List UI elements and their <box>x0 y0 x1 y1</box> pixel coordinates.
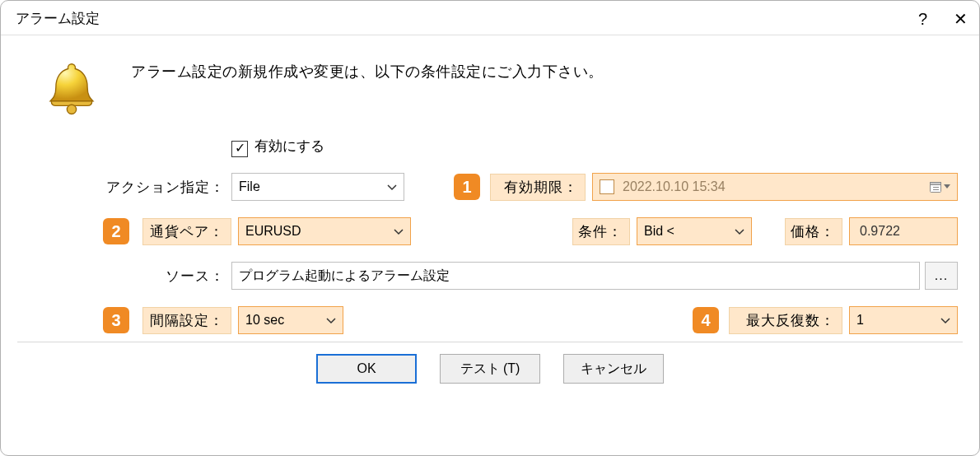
content-area: アラーム設定の新規作成や変更は、以下の条件設定にご入力下さい。 ✓ 有効にする … <box>1 35 979 455</box>
expiry-enable-checkbox[interactable] <box>600 179 614 194</box>
maxrepeat-combo[interactable]: 1 <box>849 306 958 334</box>
action-combo[interactable]: File <box>231 173 404 201</box>
titlebar: アラーム設定 ? ✕ <box>1 1 979 35</box>
dialog-button-row: OK テスト (T) キャンセル <box>17 354 963 389</box>
annotation-marker-4: 4 <box>693 307 719 333</box>
expiry-date-picker[interactable]: 2022.10.10 15:34 <box>592 173 958 201</box>
expiry-date-value: 2022.10.10 15:34 <box>623 179 726 194</box>
help-button[interactable]: ? <box>918 11 927 27</box>
annotation-marker-2: 2 <box>103 218 129 244</box>
close-button[interactable]: ✕ <box>954 11 968 27</box>
price-input[interactable]: 0.9722 <box>849 217 958 245</box>
pair-label: 通貨ペア： <box>142 218 231 245</box>
annotation-marker-1: 1 <box>454 174 480 200</box>
test-button[interactable]: テスト (T) <box>440 354 540 384</box>
browse-button[interactable]: ... <box>925 262 958 290</box>
ok-button-label: OK <box>357 361 376 376</box>
alarm-editor-dialog: アラーム設定 ? ✕ <box>0 0 980 456</box>
interval-combo-value: 10 sec <box>245 313 284 328</box>
window-title: アラーム設定 <box>16 9 100 28</box>
calendar-icon[interactable] <box>929 180 950 193</box>
price-input-value: 0.9722 <box>860 224 900 239</box>
chevron-down-icon <box>387 179 397 194</box>
condition-combo[interactable]: Bid < <box>637 217 752 245</box>
titlebar-buttons: ? ✕ <box>918 11 968 27</box>
browse-button-label: ... <box>935 268 948 283</box>
pair-combo[interactable]: EURUSD <box>238 217 411 245</box>
chevron-down-icon <box>394 224 404 239</box>
separator <box>17 342 963 342</box>
condition-combo-value: Bid < <box>644 224 674 239</box>
chevron-down-icon <box>326 313 336 328</box>
instruction-text: アラーム設定の新規作成や変更は、以下の条件設定にご入力下さい。 <box>131 58 604 81</box>
test-button-label: テスト (T) <box>460 361 520 378</box>
price-label: 価格： <box>785 218 842 245</box>
ok-button[interactable]: OK <box>316 354 417 384</box>
maxrepeat-combo-value: 1 <box>856 313 864 328</box>
enable-checkbox-label: 有効にする <box>254 137 324 156</box>
expiry-label: 有効期限： <box>490 174 586 201</box>
cancel-button-label: キャンセル <box>581 361 646 378</box>
pair-combo-value: EURUSD <box>245 224 301 239</box>
condition-label: 条件： <box>572 218 630 245</box>
svg-point-0 <box>67 105 76 114</box>
chevron-down-icon <box>940 313 950 328</box>
source-input[interactable]: プログラム起動によるアラーム設定 <box>231 262 920 290</box>
svg-rect-2 <box>931 183 941 185</box>
chevron-down-icon <box>735 224 744 239</box>
bell-icon <box>42 58 101 118</box>
action-combo-value: File <box>239 179 260 194</box>
source-label: ソース： <box>91 267 231 286</box>
maxrepeat-label: 最大反復数： <box>729 307 842 334</box>
action-label: アクション指定： <box>91 178 231 197</box>
enable-checkbox[interactable]: ✓ <box>231 141 248 157</box>
interval-combo[interactable]: 10 sec <box>238 306 343 334</box>
annotation-marker-3: 3 <box>103 307 129 333</box>
cancel-button[interactable]: キャンセル <box>563 354 664 384</box>
source-input-value: プログラム起動によるアラーム設定 <box>239 268 450 285</box>
checkmark-icon: ✓ <box>235 144 245 152</box>
interval-label: 間隔設定： <box>142 307 231 334</box>
